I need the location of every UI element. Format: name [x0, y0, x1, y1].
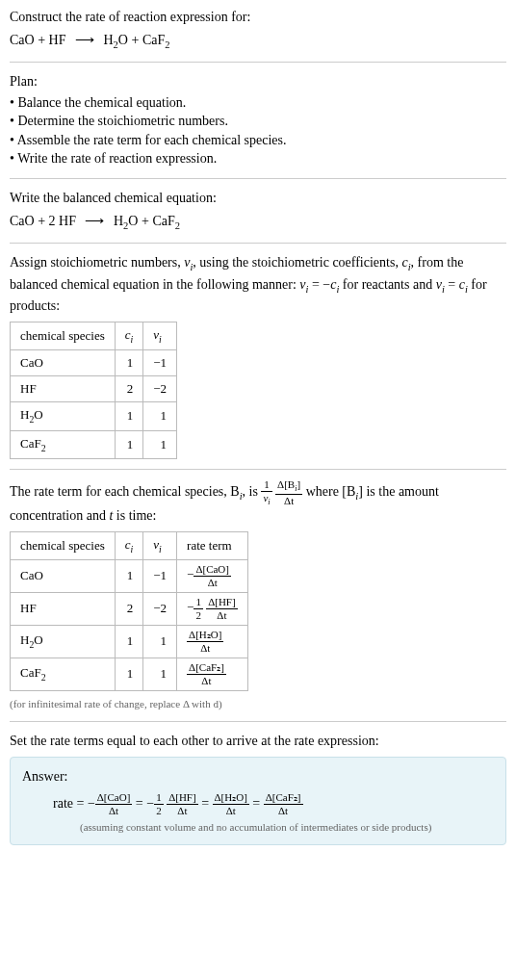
cell-species: HF: [11, 376, 116, 402]
table-row: CaO 1 −1 −Δ[CaO]Δt: [11, 560, 248, 593]
plus: +: [38, 33, 48, 47]
divider: [10, 243, 506, 244]
divider: [10, 178, 506, 179]
cell-species: H2O: [11, 402, 116, 430]
cell-rate: Δ[CaF₂]Δt: [177, 658, 248, 691]
product-2: CaF2: [142, 33, 170, 47]
plus: +: [38, 214, 48, 228]
answer-note: (assuming constant volume and no accumul…: [80, 820, 494, 835]
table-row: HF 2 −2: [11, 376, 177, 402]
fraction: 1νi: [261, 479, 271, 506]
stoich-table: chemical species ci νi CaO 1 −1 HF 2 −2 …: [10, 322, 177, 459]
balanced-intro: Write the balanced chemical equation:: [10, 189, 506, 208]
divider: [10, 469, 506, 470]
cell-rate: −Δ[CaO]Δt: [177, 560, 248, 593]
cell-rate: Δ[H₂O]Δt: [177, 626, 248, 658]
rateterm-note: (for infinitesimal rate of change, repla…: [10, 697, 506, 711]
plan-list: Balance the chemical equation. Determine…: [10, 93, 506, 168]
table-row: H2O 1 1: [11, 402, 177, 430]
coef: 2: [49, 214, 56, 228]
plan-item: Balance the chemical equation.: [10, 93, 506, 113]
balanced-section: Write the balanced chemical equation: Ca…: [10, 189, 506, 233]
reactant-1: CaO: [10, 33, 35, 47]
final-section: Set the rate terms equal to each other t…: [10, 732, 506, 845]
reactant-2: HF: [59, 214, 76, 228]
cell-species: CaF2: [11, 658, 116, 691]
cell-c: 2: [115, 376, 143, 402]
cell-c: 1: [115, 402, 143, 430]
cell-nu: 1: [143, 658, 177, 691]
table-row: H2O 1 1 Δ[H₂O]Δt: [11, 626, 248, 658]
col-rate: rate term: [177, 531, 248, 559]
col-c: ci: [115, 322, 143, 349]
plan-label: Plan:: [10, 72, 506, 91]
cell-nu: −1: [143, 560, 177, 593]
cell-c: 1: [115, 626, 143, 658]
divider: [10, 62, 506, 63]
reactant-2: HF: [49, 33, 66, 47]
cell-species: CaO: [11, 349, 116, 375]
plan-item: Write the rate of reaction expression.: [10, 149, 506, 168]
rateterm-table: chemical species ci νi rate term CaO 1 −…: [10, 531, 248, 691]
fraction: Δ[Bi]Δt: [275, 479, 302, 506]
stoich-section: Assign stoichiometric numbers, νi, using…: [10, 253, 506, 459]
plan-item: Determine the stoichiometric numbers.: [10, 112, 506, 131]
col-c: ci: [115, 531, 143, 559]
cell-c: 1: [115, 560, 143, 593]
divider: [10, 721, 506, 722]
stoich-intro: Assign stoichiometric numbers, νi, using…: [10, 253, 506, 316]
rate-expression: rate = −Δ[CaO]Δt = −12 Δ[HF]Δt = Δ[H₂O]Δ…: [53, 792, 494, 816]
cell-c: 1: [115, 349, 143, 375]
table-header-row: chemical species ci νi rate term: [11, 531, 248, 559]
product-2: CaF2: [152, 214, 180, 228]
answer-label: Answer:: [22, 767, 494, 787]
cell-nu: 1: [143, 626, 177, 658]
table-row: CaF2 1 1: [11, 430, 177, 458]
unbalanced-equation: CaO + HF ⟶ H2O + CaF2: [10, 31, 506, 52]
table-header-row: chemical species ci νi: [11, 322, 177, 349]
cell-c: 2: [115, 593, 143, 626]
cell-nu: 1: [143, 430, 177, 458]
table-row: CaF2 1 1 Δ[CaF₂]Δt: [11, 658, 248, 691]
rateterm-section: The rate term for each chemical species,…: [10, 479, 506, 712]
reactant-1: CaO: [10, 214, 35, 228]
cell-c: 1: [115, 658, 143, 691]
cell-rate: −12 Δ[HF]Δt: [177, 593, 248, 626]
plus: +: [142, 214, 152, 228]
arrow-icon: ⟶: [85, 214, 104, 228]
cell-c: 1: [115, 430, 143, 458]
table-row: CaO 1 −1: [11, 349, 177, 375]
col-species: chemical species: [11, 322, 116, 349]
cell-species: HF: [11, 593, 116, 626]
col-nu: νi: [143, 531, 177, 559]
product-1: H2O: [103, 33, 128, 47]
product-1: H2O: [114, 214, 139, 228]
col-nu: νi: [143, 322, 177, 349]
plus: +: [131, 33, 142, 47]
cell-nu: 1: [143, 402, 177, 430]
cell-nu: −2: [143, 376, 177, 402]
rateterm-intro: The rate term for each chemical species,…: [10, 479, 506, 526]
header-section: Construct the rate of reaction expressio…: [10, 8, 506, 52]
final-intro: Set the rate terms equal to each other t…: [10, 732, 506, 751]
plan-item: Assemble the rate term for each chemical…: [10, 131, 506, 150]
table-row: HF 2 −2 −12 Δ[HF]Δt: [11, 593, 248, 626]
arrow-icon: ⟶: [75, 33, 94, 47]
cell-nu: −1: [143, 349, 177, 375]
cell-species: CaO: [11, 560, 116, 593]
prompt-text: Construct the rate of reaction expressio…: [10, 8, 506, 27]
answer-box: Answer: rate = −Δ[CaO]Δt = −12 Δ[HF]Δt =…: [10, 757, 506, 845]
cell-nu: −2: [143, 593, 177, 626]
cell-species: H2O: [11, 626, 116, 658]
plan-section: Plan: Balance the chemical equation. Det…: [10, 72, 506, 168]
col-species: chemical species: [11, 531, 116, 559]
cell-species: CaF2: [11, 430, 116, 458]
balanced-equation: CaO + 2 HF ⟶ H2O + CaF2: [10, 212, 506, 233]
